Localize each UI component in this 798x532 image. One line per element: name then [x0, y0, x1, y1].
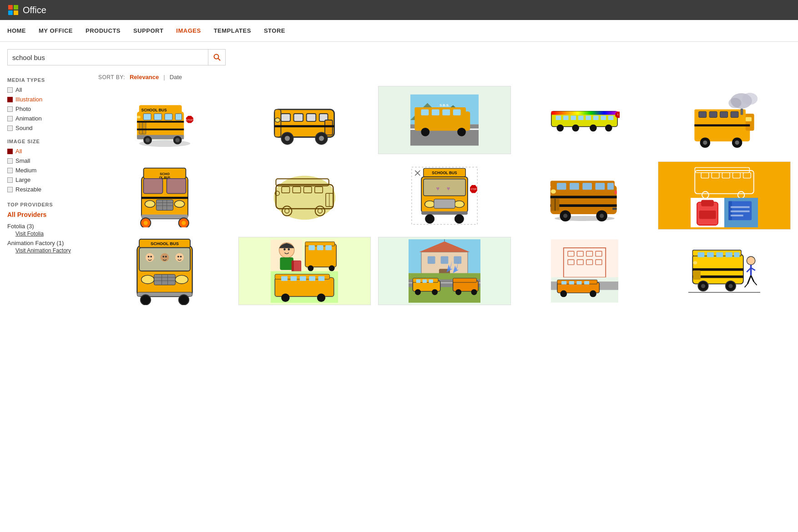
size-large-checkbox	[7, 177, 13, 183]
filter-all-label: All	[15, 86, 22, 93]
size-small[interactable]: Small	[7, 157, 91, 164]
bus-illustration-13	[409, 239, 480, 303]
filter-animation-checkbox	[7, 116, 13, 121]
svg-point-224	[282, 293, 290, 302]
svg-rect-1	[8, 5, 13, 10]
search-input[interactable]	[8, 52, 208, 63]
search-area	[0, 42, 798, 69]
office-title: Office	[23, 5, 46, 15]
bus-illustration-15	[688, 241, 760, 302]
image-cell-4[interactable]: S	[518, 86, 651, 154]
size-all-label: All	[15, 148, 22, 155]
svg-rect-239	[416, 280, 420, 283]
size-all[interactable]: All	[7, 148, 91, 155]
size-medium[interactable]: Medium	[7, 167, 91, 174]
svg-point-33	[275, 118, 280, 122]
provider-fotolia-name: Fotolia (3)	[7, 223, 91, 230]
filter-animation[interactable]: Animation	[7, 115, 91, 122]
nav-store[interactable]: STORE	[264, 21, 285, 40]
size-medium-checkbox	[7, 168, 13, 173]
svg-rect-17	[137, 129, 184, 130]
size-resizable[interactable]: Resizable	[7, 186, 91, 193]
image-cell-14[interactable]	[518, 237, 651, 305]
nav-images[interactable]: IMAGES	[176, 21, 201, 40]
filter-photo[interactable]: Photo	[7, 105, 91, 112]
sort-relevance[interactable]: Relevance	[130, 74, 159, 80]
nav-home[interactable]: HOME	[7, 21, 26, 40]
svg-rect-219	[282, 276, 288, 281]
svg-point-104	[143, 221, 147, 225]
provider-fotolia-link[interactable]: Visit Fotolia	[15, 231, 91, 237]
filter-photo-checkbox	[7, 106, 13, 112]
svg-rect-2	[14, 5, 18, 10]
image-cell-13[interactable]	[378, 237, 511, 305]
size-resizable-label: Resizable	[15, 186, 41, 193]
nav-myoffice[interactable]: MY OFFICE	[39, 21, 73, 40]
svg-rect-16	[137, 121, 184, 123]
svg-point-204	[288, 248, 290, 251]
filter-illustration[interactable]: Illustration	[7, 96, 91, 103]
svg-rect-81	[741, 109, 743, 115]
image-cell-10[interactable]	[658, 161, 791, 230]
size-small-checkbox	[7, 158, 13, 164]
image-cell-2[interactable]	[238, 86, 371, 154]
size-small-label: Small	[15, 157, 30, 164]
image-cell-15[interactable]	[658, 237, 791, 305]
sidebar: MEDIA TYPES All Illustration Photo Anima…	[7, 74, 98, 312]
svg-point-83	[703, 141, 707, 145]
svg-point-65	[572, 125, 579, 132]
svg-point-20	[146, 138, 150, 142]
image-cell-11[interactable]: SCHOOL BUS	[98, 237, 231, 305]
image-cell-5[interactable]	[658, 86, 791, 154]
svg-rect-10	[143, 114, 151, 120]
nav-products[interactable]: PRODUCTS	[86, 21, 121, 40]
filter-sound[interactable]: Sound	[7, 125, 91, 131]
svg-rect-76	[709, 111, 717, 117]
image-cell-9[interactable]	[518, 161, 651, 230]
svg-rect-146	[607, 183, 613, 190]
image-grid-row2: SCHO OL BUS	[98, 161, 791, 230]
all-providers[interactable]: All Providers	[7, 211, 91, 218]
image-cell-8[interactable]: SCHOOL BUS ♥ ♥ S	[378, 161, 511, 230]
svg-line-290	[751, 275, 754, 281]
image-cell-7[interactable]	[238, 161, 371, 230]
size-large[interactable]: Large	[7, 176, 91, 183]
image-cell-3[interactable]: S.B.S.	[378, 86, 511, 154]
svg-point-183	[147, 256, 149, 257]
svg-rect-158	[691, 164, 758, 198]
svg-point-186	[162, 256, 164, 257]
bus-illustration-14	[551, 239, 618, 303]
svg-rect-247	[453, 278, 477, 282]
svg-rect-58	[571, 115, 576, 120]
svg-rect-157	[612, 207, 616, 210]
media-types-title: MEDIA TYPES	[7, 77, 91, 83]
svg-rect-211	[309, 245, 315, 250]
image-cell-6[interactable]: SCHO OL BUS	[98, 161, 231, 230]
svg-point-285	[747, 256, 755, 265]
image-cell-12[interactable]	[238, 237, 371, 305]
svg-point-72	[729, 98, 742, 108]
svg-rect-275	[726, 252, 732, 257]
svg-rect-144	[582, 183, 592, 190]
provider-animation-factory-link[interactable]: Visit Animation Factory	[15, 247, 91, 254]
svg-point-154	[563, 214, 567, 218]
svg-rect-75	[699, 111, 707, 117]
svg-rect-102	[141, 215, 188, 219]
filter-all[interactable]: All	[7, 86, 91, 93]
image-cell-1[interactable]: SCHOOL BUS STOP	[98, 86, 231, 154]
svg-rect-250	[551, 240, 618, 277]
svg-point-189	[177, 256, 179, 257]
sort-date[interactable]: Date	[170, 74, 182, 80]
nav-templates[interactable]: TEMPLATES	[214, 21, 251, 40]
nav-support[interactable]: SUPPORT	[133, 21, 163, 40]
svg-rect-32	[275, 110, 281, 137]
svg-rect-212	[317, 245, 323, 250]
svg-rect-30	[307, 114, 316, 121]
svg-point-66	[590, 125, 597, 132]
bus-illustration-11: SCHOOL BUS	[133, 237, 197, 305]
svg-rect-273	[707, 252, 714, 257]
svg-point-215	[329, 265, 335, 271]
svg-rect-55	[551, 111, 617, 115]
search-button[interactable]	[208, 49, 225, 65]
bus-illustration-10	[691, 163, 758, 229]
